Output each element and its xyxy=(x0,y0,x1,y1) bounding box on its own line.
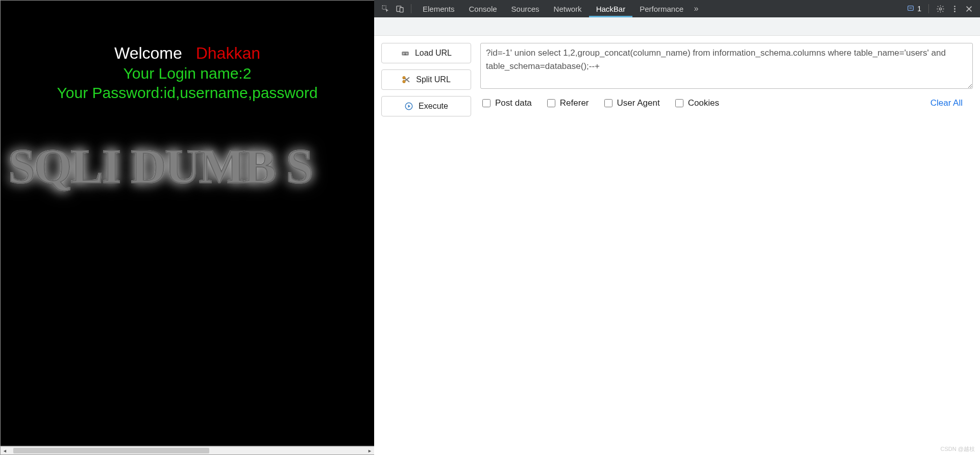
load-url-button[interactable]: Load URL xyxy=(381,43,471,63)
tab-console[interactable]: Console xyxy=(462,0,504,17)
more-tabs-icon[interactable]: » xyxy=(691,4,702,13)
url-input[interactable] xyxy=(480,43,973,89)
tab-performance[interactable]: Performance xyxy=(632,0,691,17)
load-url-label: Load URL xyxy=(415,49,452,58)
post-data-label: Post data xyxy=(495,98,532,108)
issues-button[interactable]: 1 xyxy=(903,5,924,13)
welcome-text: Welcome xyxy=(114,44,182,62)
gear-icon[interactable] xyxy=(933,2,947,16)
cookies-checkbox[interactable]: Cookies xyxy=(675,98,719,108)
hackbar-options-row: Post data Referer User Agent Cookies C xyxy=(480,98,973,108)
device-toolbar-icon[interactable] xyxy=(393,2,407,16)
inspect-element-icon[interactable] xyxy=(378,2,393,16)
split-url-label: Split URL xyxy=(416,75,451,84)
scroll-right-icon[interactable]: ► xyxy=(365,447,374,454)
login-name-line: Your Login name:2 xyxy=(1,65,374,82)
hackbar-right: Post data Referer User Agent Cookies C xyxy=(480,43,973,108)
hackbar-panel: Load URL Split URL Execute xyxy=(374,17,980,455)
scroll-thumb[interactable] xyxy=(13,448,209,453)
post-data-checkbox[interactable]: Post data xyxy=(482,98,532,108)
svg-point-6 xyxy=(954,8,955,10)
issues-count: 1 xyxy=(917,5,921,13)
execute-button[interactable]: Execute xyxy=(381,96,471,116)
user-agent-checkbox[interactable]: User Agent xyxy=(604,98,660,108)
tab-hackbar[interactable]: HackBar xyxy=(589,0,633,17)
play-icon xyxy=(404,102,413,111)
referer-label: Referer xyxy=(560,98,589,108)
scroll-left-icon[interactable]: ◄ xyxy=(1,447,9,454)
svg-point-13 xyxy=(403,81,405,83)
svg-point-4 xyxy=(939,8,941,10)
svg-point-5 xyxy=(954,6,955,7)
hackbar-button-column: Load URL Split URL Execute xyxy=(381,43,471,116)
svg-point-9 xyxy=(403,53,404,54)
hackbar-body: Load URL Split URL Execute xyxy=(374,36,980,124)
welcome-line: Welcome Dhakkan xyxy=(1,44,374,63)
tab-elements[interactable]: Elements xyxy=(415,0,462,17)
cookies-label: Cookies xyxy=(688,98,719,108)
sqli-logo: SQLI DUMB S xyxy=(8,138,312,195)
horizontal-scrollbar[interactable]: ◄ ► xyxy=(0,446,374,455)
divider xyxy=(928,4,929,13)
svg-point-12 xyxy=(403,77,405,79)
execute-label: Execute xyxy=(419,102,448,111)
user-agent-input[interactable] xyxy=(604,99,612,107)
page-viewport: Welcome Dhakkan Your Login name:2 Your P… xyxy=(0,0,374,446)
devtools-tabs: Elements Console Sources Network HackBar… xyxy=(415,0,691,17)
divider xyxy=(411,4,411,13)
kebab-menu-icon[interactable] xyxy=(947,2,962,16)
page-content: Welcome Dhakkan Your Login name:2 Your P… xyxy=(1,1,374,102)
dhakkan-text: Dhakkan xyxy=(196,44,260,62)
svg-point-10 xyxy=(406,53,407,54)
referer-checkbox[interactable]: Referer xyxy=(547,98,589,108)
svg-rect-11 xyxy=(404,54,406,55)
svg-rect-0 xyxy=(382,6,386,9)
user-agent-label: User Agent xyxy=(617,98,660,108)
cookies-input[interactable] xyxy=(675,99,683,107)
devtools-panel: Elements Console Sources Network HackBar… xyxy=(374,0,980,455)
scroll-track[interactable] xyxy=(9,447,365,454)
referer-input[interactable] xyxy=(547,99,555,107)
close-icon[interactable] xyxy=(962,2,976,16)
post-data-input[interactable] xyxy=(482,99,491,107)
watermark: CSDN @越枝 xyxy=(941,445,975,453)
svg-point-7 xyxy=(954,11,955,12)
hackbar-toolbar xyxy=(374,17,980,36)
svg-rect-2 xyxy=(400,7,403,12)
devtools-tabbar: Elements Console Sources Network HackBar… xyxy=(374,0,980,17)
password-line: Your Password:id,username,password xyxy=(1,84,374,102)
clear-all-link[interactable]: Clear All xyxy=(930,98,963,108)
tab-network[interactable]: Network xyxy=(547,0,589,17)
page-container: Welcome Dhakkan Your Login name:2 Your P… xyxy=(0,0,374,455)
tab-sources[interactable]: Sources xyxy=(504,0,547,17)
scissors-icon xyxy=(402,75,411,84)
load-url-icon xyxy=(401,49,410,58)
split-url-button[interactable]: Split URL xyxy=(381,69,471,90)
